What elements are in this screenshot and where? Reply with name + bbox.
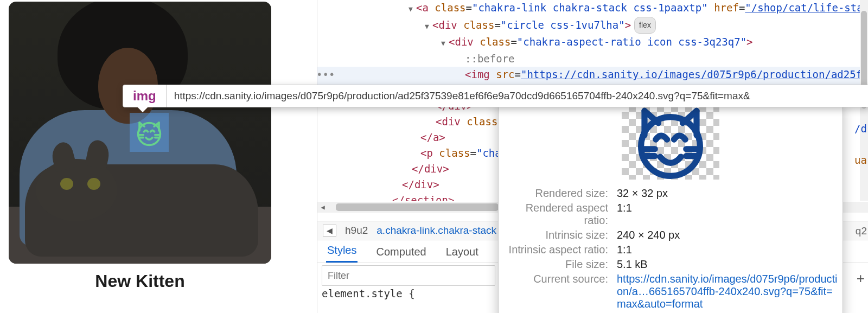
cat-shape bbox=[25, 164, 258, 257]
styles-filter-row bbox=[317, 263, 501, 286]
breadcrumb-item[interactable]: a.chakra-link.chakra-stack bbox=[376, 225, 496, 237]
truncated-text: /d bbox=[854, 123, 867, 135]
image-info-table: Rendered size:32 × 32 pxRendered aspect … bbox=[499, 186, 843, 311]
dom-tree-row[interactable]: ▼<a class="chakra-link chakra-stack css-… bbox=[317, 0, 868, 17]
tab-layout[interactable]: Layout bbox=[445, 241, 480, 263]
popover-key: File size: bbox=[499, 257, 612, 272]
breadcrumb-back-icon[interactable]: ◀ bbox=[323, 225, 336, 237]
card-title: New Kitten bbox=[9, 271, 271, 291]
popover-source-link[interactable]: https://cdn.sanity.io/images/d075r9p6/pr… bbox=[612, 272, 843, 311]
popover-key: Intrinsic size: bbox=[499, 228, 612, 242]
cat-face-icon bbox=[627, 99, 714, 186]
element-style-block[interactable]: element.style { bbox=[322, 288, 415, 299]
popover-key: Rendered size: bbox=[499, 186, 612, 201]
styles-filter-input[interactable] bbox=[322, 265, 495, 286]
add-style-rule-icon[interactable]: + bbox=[857, 270, 865, 287]
dom-tree-row[interactable]: ::before bbox=[317, 51, 868, 67]
popover-value: 32 × 32 px bbox=[612, 186, 843, 201]
popover-thumb bbox=[499, 101, 843, 186]
popover-value: 1:1 bbox=[612, 201, 843, 228]
popover-value: 1:1 bbox=[612, 242, 843, 257]
tab-computed[interactable]: Computed bbox=[375, 241, 427, 263]
truncated-text: q2 bbox=[856, 225, 867, 237]
popover-key: Current source: bbox=[499, 272, 612, 311]
tab-styles[interactable]: Styles bbox=[326, 240, 358, 263]
tooltip-tagname: img bbox=[123, 85, 167, 107]
dom-tree-row[interactable]: ▼<div class="chakra-aspect-ratio icon cs… bbox=[317, 34, 868, 51]
breadcrumb-item[interactable]: h9u2 bbox=[345, 225, 368, 237]
popover-key: Intrinsic aspect ratio: bbox=[499, 242, 612, 257]
truncated-text: ua bbox=[854, 154, 867, 166]
cat-face-icon bbox=[133, 116, 165, 149]
tooltip-url: https://cdn.sanity.io/images/d075r9p6/pr… bbox=[167, 85, 868, 107]
image-info-popover: Rendered size:32 × 32 pxRendered aspect … bbox=[498, 101, 843, 313]
popover-key: Rendered aspect ratio: bbox=[499, 201, 612, 228]
person-shape bbox=[36, 2, 209, 224]
dom-tree-row[interactable]: •••<img src="https://cdn.sanity.io/image… bbox=[317, 67, 868, 82]
element-tooltip: img https://cdn.sanity.io/images/d075r9p… bbox=[123, 85, 868, 107]
popover-value: 240 × 240 px bbox=[612, 228, 843, 242]
scroll-left-icon[interactable]: ◀ bbox=[317, 203, 328, 211]
dom-tree-row[interactable]: ▼<div class="circle css-1vu7lha">flex bbox=[317, 17, 868, 34]
popover-value: 5.1 kB bbox=[612, 257, 843, 272]
page-preview-card bbox=[9, 2, 271, 264]
floor-shape bbox=[9, 207, 271, 264]
inspected-element-highlight[interactable] bbox=[130, 113, 169, 152]
